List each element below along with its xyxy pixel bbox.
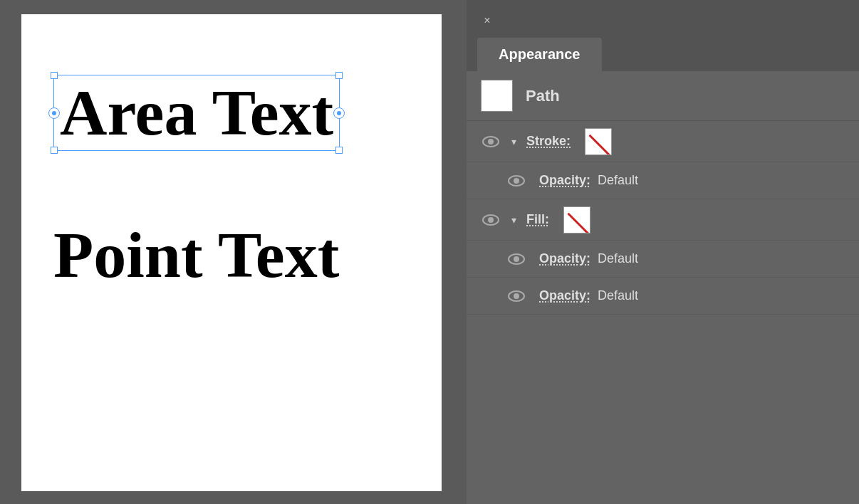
svg-point-7 xyxy=(514,256,519,262)
area-text-selection: Area Text xyxy=(53,75,340,151)
svg-point-9 xyxy=(514,293,519,299)
svg-point-3 xyxy=(514,178,519,184)
canvas-area: Area Text Point Text xyxy=(0,0,467,504)
area-text-content: Area Text xyxy=(60,77,333,149)
fill-swatch-icon xyxy=(563,206,590,233)
fill-visibility-icon[interactable] xyxy=(481,213,501,227)
stroke-chevron-icon[interactable]: ▾ xyxy=(506,135,521,149)
handle-top-left[interactable] xyxy=(51,72,58,79)
fill-opacity-label: Opacity: xyxy=(539,251,590,266)
handle-top-right[interactable] xyxy=(335,72,343,79)
fill-opacity-value: Default xyxy=(598,251,638,266)
stroke-swatch-icon xyxy=(585,128,612,155)
path-row: Path xyxy=(467,71,859,121)
handle-mid-right[interactable] xyxy=(333,107,345,119)
stroke-label: Stroke: xyxy=(526,134,571,149)
panel-content: Path ▾ Stroke: Opac xyxy=(467,71,859,504)
fill-opacity-row: Opacity: Default xyxy=(467,241,859,278)
svg-point-1 xyxy=(488,139,494,145)
handle-mid-left[interactable] xyxy=(48,107,60,119)
point-text-content: Point Text xyxy=(53,217,339,293)
stroke-color-swatch[interactable] xyxy=(585,128,612,155)
stroke-row: ▾ Stroke: xyxy=(467,121,859,162)
stroke-opacity-row: Opacity: Default xyxy=(467,162,859,199)
stroke-opacity-visibility-icon[interactable] xyxy=(506,174,526,188)
fill-label: Fill: xyxy=(526,212,549,227)
path-label: Path xyxy=(526,87,560,105)
close-button[interactable]: × xyxy=(479,13,495,28)
overall-opacity-label: Opacity: xyxy=(539,288,590,303)
overall-opacity-visibility-icon[interactable] xyxy=(506,289,526,303)
handle-bottom-left[interactable] xyxy=(51,147,58,154)
tab-appearance[interactable]: Appearance xyxy=(477,38,602,71)
stroke-opacity-label: Opacity: xyxy=(539,173,590,188)
svg-point-5 xyxy=(488,217,494,223)
fill-row: ▾ Fill: xyxy=(467,199,859,241)
fill-opacity-visibility-icon[interactable] xyxy=(506,252,526,266)
fill-chevron-icon[interactable]: ▾ xyxy=(506,213,521,227)
path-swatch[interactable] xyxy=(481,80,513,112)
stroke-visibility-icon[interactable] xyxy=(481,135,501,149)
handle-bottom-right[interactable] xyxy=(335,147,343,154)
white-canvas: Area Text Point Text xyxy=(21,14,442,491)
stroke-opacity-value: Default xyxy=(598,173,638,188)
fill-color-swatch[interactable] xyxy=(563,206,590,233)
appearance-panel: × Appearance Path ▾ Stroke: xyxy=(467,0,859,504)
panel-header: × Appearance xyxy=(467,0,859,71)
overall-opacity-row: Opacity: Default xyxy=(467,278,859,315)
overall-opacity-value: Default xyxy=(598,288,638,303)
